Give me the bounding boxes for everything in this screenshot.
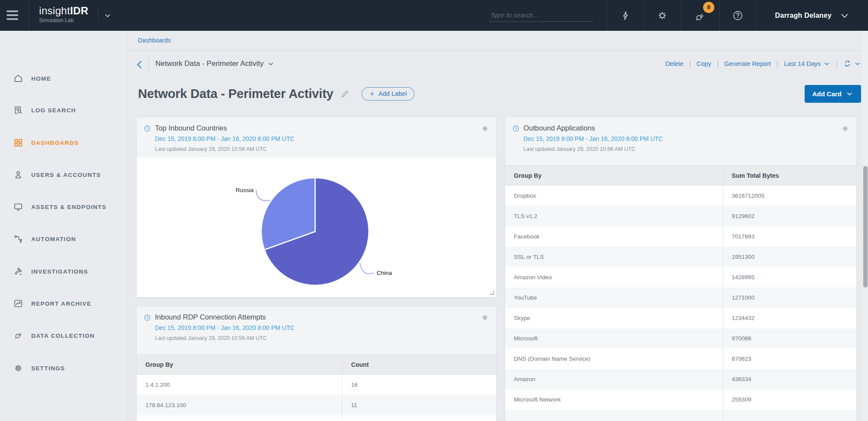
sidebar-item-automation[interactable]: AUTOMATION (0, 228, 127, 249)
value-cell: 1234432 (723, 308, 856, 328)
sidebar-item-label: DATA COLLECTION (31, 333, 95, 339)
sidebar-item-label: DASHBOARDS (31, 140, 79, 146)
card-date-range[interactable]: Dec 15, 2019 8:00 PM - Jan 16, 2020 8:00… (155, 324, 294, 331)
user-icon (13, 170, 23, 180)
group-by-cell: 1.4.1.200 (137, 375, 342, 395)
refresh-icon (843, 59, 852, 68)
sidebar-item-data-collection[interactable]: DATA COLLECTION (0, 325, 127, 346)
refresh-button[interactable] (843, 59, 861, 68)
app-logo[interactable]: insightIDR Simulation Lab (39, 5, 89, 23)
group-by-cell: 178.64.123.100 (137, 395, 342, 415)
group-by-cell (505, 410, 723, 421)
breadcrumb-bar: Dashboards (127, 31, 868, 51)
divider: | (717, 60, 719, 67)
column-header-sum-total-bytes[interactable]: Sum Total Bytes (723, 166, 856, 186)
resize-handle[interactable] (490, 291, 494, 295)
add-card-button[interactable]: Add Card (805, 85, 861, 103)
brand-name-thin: insight (39, 5, 70, 16)
sidebar-item-label: ASSETS & ENDPOINTS (31, 204, 106, 210)
sidebar-nav: HOME LOG SEARCH DASHBOARDS USERS & ACCOU… (0, 31, 127, 421)
plus-icon (369, 91, 375, 97)
time-range-selector[interactable]: Last 14 Days (784, 60, 830, 67)
notification-badge[interactable]: 8 (703, 2, 714, 13)
card-settings-gear-icon[interactable] (481, 124, 489, 133)
value-cell: 970086 (723, 328, 856, 349)
user-menu[interactable]: Darragh Delaney (775, 0, 850, 31)
table-row: YouTube1271000 (505, 287, 856, 308)
value-cell (723, 410, 856, 421)
column-header-count[interactable]: Count (342, 355, 496, 375)
value-cell (342, 415, 496, 421)
menu-icon[interactable] (7, 10, 20, 21)
chevron-down-icon (823, 60, 830, 67)
card-last-updated: Last updated January 29, 2020 10:56 AM U… (155, 146, 488, 152)
main-content: Dashboards Network Data - Perimeter Acti… (127, 31, 868, 421)
table-row: Dropbox3616712005 (505, 186, 856, 206)
card-settings-gear-icon[interactable] (481, 313, 489, 322)
card-settings-gear-icon[interactable] (841, 124, 849, 133)
plug-icon[interactable] (694, 11, 705, 23)
group-by-cell (137, 415, 342, 421)
sidebar-item-settings[interactable]: SETTINGS (0, 358, 127, 379)
group-by-cell: DNS (Domain Name Service) (505, 349, 723, 369)
user-name: Darragh Delaney (775, 12, 832, 20)
copy-button[interactable]: Copy (697, 60, 711, 67)
table-row: 1.4.1.20016 (137, 375, 496, 395)
pencil-icon[interactable] (340, 89, 350, 99)
group-by-cell: Dropbox (505, 186, 723, 206)
value-cell: 16 (342, 375, 496, 395)
column-header-group-by[interactable]: Group By (505, 166, 723, 186)
sidebar-item-dashboards[interactable]: DASHBOARDS (0, 132, 127, 153)
svg-text:China: China (377, 270, 392, 276)
column-header-group-by[interactable]: Group By (137, 355, 342, 375)
dashboard-selector[interactable]: Network Data - Perimeter Activity (155, 59, 275, 68)
sidebar-item-report-archive[interactable]: REPORT ARCHIVE (0, 293, 127, 314)
sidebar-item-label: INVESTIGATIONS (31, 268, 88, 275)
value-cell: 7017893 (723, 226, 856, 247)
chevron-down-icon (854, 60, 861, 67)
sidebar-item-users-accounts[interactable]: USERS & ACCOUNTS (0, 164, 127, 185)
dashboard-selector-label: Network Data - Perimeter Activity (155, 59, 263, 68)
brand-subtitle: Simulation Lab (39, 17, 89, 23)
time-range-label: Last 14 Days (784, 60, 821, 67)
clock-icon (144, 314, 151, 321)
sidebar-item-label: REPORT ARCHIVE (31, 300, 91, 307)
gear-icon[interactable] (657, 10, 668, 21)
sidebar-item-assets-endpoints[interactable]: ASSETS & ENDPOINTS (0, 196, 127, 217)
breadcrumb[interactable]: Dashboards (138, 37, 171, 44)
divider: | (689, 60, 691, 67)
add-label-button[interactable]: Add Label (362, 87, 414, 101)
group-by-cell: Amazon (505, 369, 723, 389)
value-cell: 1428995 (723, 267, 856, 287)
page-header: Network Data - Perimeter Activity Add La… (138, 84, 414, 104)
home-icon (13, 73, 23, 84)
clock-icon (144, 125, 151, 132)
group-by-cell: TLS v1.2 (505, 206, 723, 226)
divider (607, 0, 607, 31)
card-date-range[interactable]: Dec 15, 2019 8:00 PM - Jan 16, 2020 8:00… (523, 135, 663, 142)
plug-icon (13, 330, 23, 341)
back-button[interactable] (135, 59, 145, 71)
delete-button[interactable]: Delete (665, 60, 684, 67)
chevron-down-icon[interactable] (103, 11, 112, 20)
card-title: Top Inbound Countries (155, 124, 488, 132)
group-by-cell: Microsoft (505, 328, 723, 349)
table-row: Skype1234432 (505, 308, 856, 328)
sidebar-item-investigations[interactable]: INVESTIGATIONS (0, 261, 127, 282)
sidebar-item-home[interactable]: HOME (0, 68, 127, 89)
search-input[interactable] (490, 9, 594, 22)
value-cell: 1271000 (723, 287, 856, 308)
table-row-partial (137, 415, 496, 421)
generate-report-button[interactable]: Generate Report (724, 60, 771, 67)
divider (756, 0, 756, 31)
group-by-cell: Amazon Video (505, 267, 723, 287)
card-header: Outbound Applications Dec 15, 2019 8:00 … (505, 117, 856, 152)
card-date-range[interactable]: Dec 15, 2019 8:00 PM - Jan 16, 2020 8:00… (155, 135, 294, 142)
divider: | (836, 60, 838, 67)
help-icon[interactable] (732, 10, 743, 21)
sidebar-item-log-search[interactable]: LOG SEARCH (0, 100, 127, 121)
table-row: SSL or TLS1951300 (505, 247, 856, 267)
workflow-icon (13, 234, 23, 244)
lightning-icon[interactable] (620, 10, 631, 21)
scrollbar-thumb[interactable] (863, 166, 868, 287)
